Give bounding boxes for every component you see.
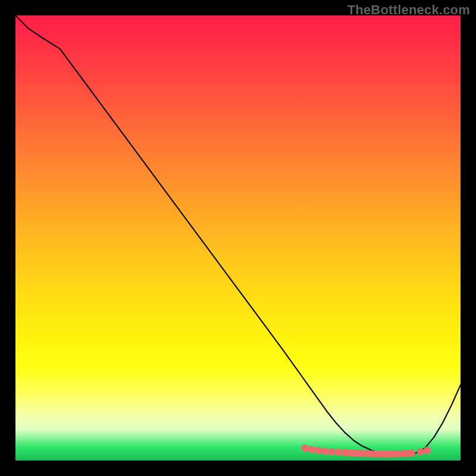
chart-svg: [15, 15, 461, 461]
data-dot: [314, 447, 321, 454]
data-dot: [308, 446, 315, 453]
watermark-text: TheBottleneck.com: [347, 2, 470, 18]
data-dot: [408, 449, 415, 456]
chart-frame: TheBottleneck.com: [0, 0, 476, 476]
data-dot: [416, 448, 424, 455]
chart-plot-area: [15, 15, 461, 461]
data-dot: [301, 444, 308, 452]
bottleneck-curve: [15, 15, 461, 455]
data-dot: [328, 448, 335, 455]
data-dot: [334, 449, 342, 456]
data-dot: [321, 447, 328, 455]
data-dot: [424, 447, 431, 454]
